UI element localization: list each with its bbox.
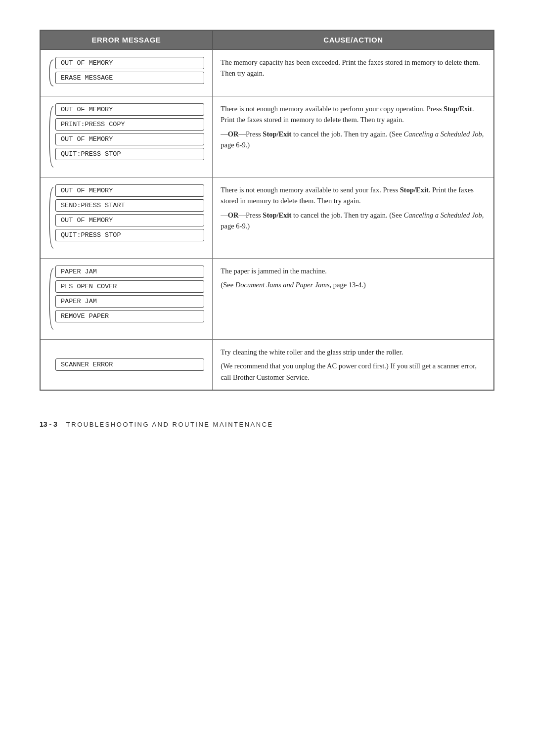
table-row: OUT OF MEMORYPRINT:PRESS COPYOUT OF MEMO… [40, 96, 494, 178]
cause-cell-5: Try cleaning the white roller and the gl… [213, 340, 494, 391]
lcd-message: PRINT:PRESS COPY [55, 118, 204, 131]
lcd-group-bracket: OUT OF MEMORYPRINT:PRESS COPYOUT OF MEMO… [48, 103, 204, 170]
bracket-icon [48, 266, 55, 332]
page-content: ERROR MESSAGE CAUSE/ACTION OUT OF MEMORY… [40, 30, 494, 391]
table-row: SCANNER ERRORTry cleaning the white roll… [40, 340, 494, 391]
col-header-error: ERROR MESSAGE [40, 30, 213, 49]
lcd-items: OUT OF MEMORYERASE MESSAGE [55, 57, 204, 89]
cause-cell-4: The paper is jammed in the machine.(See … [213, 259, 494, 340]
footer-chapter-title: TROUBLESHOOTING AND ROUTINE MAINTENANCE [66, 421, 273, 428]
cause-cell-3: There is not enough memory available to … [213, 178, 494, 259]
lcd-message: OUT OF MEMORY [55, 184, 204, 197]
lcd-group-bracket: PAPER JAMPLS OPEN COVERPAPER JAMREMOVE P… [48, 266, 204, 332]
error-cell-2: OUT OF MEMORYPRINT:PRESS COPYOUT OF MEMO… [40, 96, 213, 178]
lcd-items: SCANNER ERROR [55, 358, 204, 371]
bracket-icon [48, 184, 55, 251]
error-cell-5: SCANNER ERROR [40, 340, 213, 391]
lcd-group-bracket: OUT OF MEMORYERASE MESSAGE [48, 57, 204, 89]
lcd-message: ERASE MESSAGE [55, 72, 204, 84]
lcd-message: PAPER JAM [55, 266, 204, 278]
cause-text: Try cleaning the white roller and the gl… [221, 347, 486, 383]
cause-text: The paper is jammed in the machine.(See … [221, 266, 486, 291]
lcd-items: OUT OF MEMORYSEND:PRESS STARTOUT OF MEMO… [55, 184, 204, 251]
table-row: OUT OF MEMORYSEND:PRESS STARTOUT OF MEMO… [40, 178, 494, 259]
lcd-message: OUT OF MEMORY [55, 214, 204, 226]
lcd-message: PLS OPEN COVER [55, 280, 204, 293]
lcd-message: SCANNER ERROR [55, 358, 204, 371]
lcd-message: OUT OF MEMORY [55, 57, 204, 69]
lcd-message: OUT OF MEMORY [55, 133, 204, 145]
lcd-message: QUIT:PRESS STOP [55, 229, 204, 241]
cause-cell-1: The memory capacity has been exceeded. P… [213, 49, 494, 96]
table-row: PAPER JAMPLS OPEN COVERPAPER JAMREMOVE P… [40, 259, 494, 340]
col-header-cause: CAUSE/ACTION [213, 30, 494, 49]
cause-cell-2: There is not enough memory available to … [213, 96, 494, 178]
error-cell-3: OUT OF MEMORYSEND:PRESS STARTOUT OF MEMO… [40, 178, 213, 259]
lcd-items: OUT OF MEMORYPRINT:PRESS COPYOUT OF MEMO… [55, 103, 204, 170]
lcd-group-bracket: SCANNER ERROR [48, 358, 204, 371]
bracket-icon [48, 103, 55, 170]
lcd-message: REMOVE PAPER [55, 310, 204, 322]
page-footer: 13 - 3 TROUBLESHOOTING AND ROUTINE MAINT… [40, 420, 494, 428]
error-cell-4: PAPER JAMPLS OPEN COVERPAPER JAMREMOVE P… [40, 259, 213, 340]
error-table: ERROR MESSAGE CAUSE/ACTION OUT OF MEMORY… [40, 30, 494, 391]
lcd-message: QUIT:PRESS STOP [55, 148, 204, 160]
lcd-message: PAPER JAM [55, 295, 204, 308]
cause-text: The memory capacity has been exceeded. P… [221, 57, 486, 79]
lcd-message: OUT OF MEMORY [55, 103, 204, 116]
error-cell-1: OUT OF MEMORYERASE MESSAGE [40, 49, 213, 96]
cause-text: There is not enough memory available to … [221, 103, 486, 151]
footer-page-number: 13 - 3 [40, 420, 57, 428]
bracket-icon [48, 358, 55, 371]
lcd-items: PAPER JAMPLS OPEN COVERPAPER JAMREMOVE P… [55, 266, 204, 332]
lcd-group-bracket: OUT OF MEMORYSEND:PRESS STARTOUT OF MEMO… [48, 184, 204, 251]
lcd-message: SEND:PRESS START [55, 199, 204, 212]
bracket-icon [48, 57, 55, 89]
table-row: OUT OF MEMORYERASE MESSAGEThe memory cap… [40, 49, 494, 96]
cause-text: There is not enough memory available to … [221, 184, 486, 232]
